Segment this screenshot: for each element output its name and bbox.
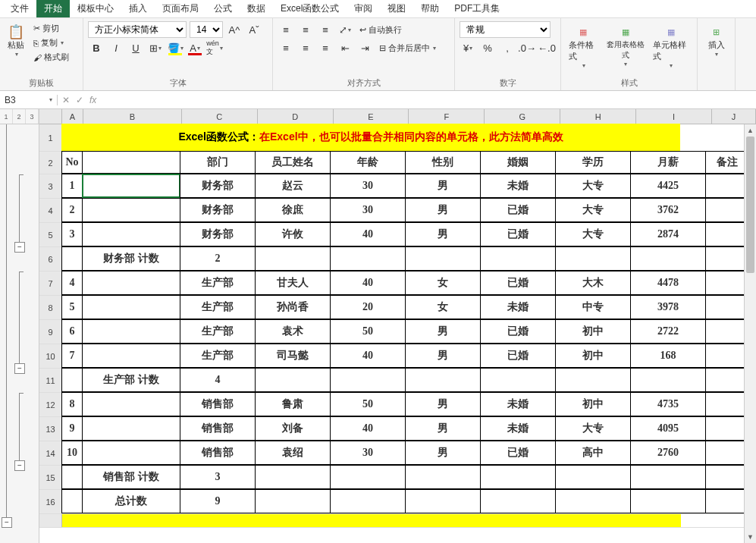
outline-collapse-button[interactable]: −: [2, 517, 12, 528]
cell[interactable]: 孙尚香: [255, 295, 331, 319]
cell[interactable]: 财务部: [180, 222, 256, 246]
cell[interactable]: 已婚: [480, 222, 556, 246]
row-header[interactable]: 11: [39, 369, 62, 392]
cell[interactable]: [705, 174, 749, 198]
cell[interactable]: 20: [330, 295, 406, 319]
align-top-button[interactable]: ≡: [278, 21, 294, 38]
cell[interactable]: [705, 416, 749, 441]
cell[interactable]: 袁术: [255, 319, 331, 344]
number-format-select[interactable]: 常规: [460, 21, 551, 38]
decrease-decimal-button[interactable]: ←.0: [538, 39, 555, 56]
cell[interactable]: 9: [61, 416, 83, 441]
cell[interactable]: 销售部: [180, 441, 256, 465]
row-header[interactable]: 12: [39, 393, 62, 416]
cell[interactable]: 大专: [555, 416, 631, 441]
cell[interactable]: [705, 441, 749, 465]
menu-help[interactable]: 帮助: [413, 0, 447, 17]
row-header[interactable]: 8: [39, 296, 62, 319]
menu-formula[interactable]: 公式: [206, 0, 240, 17]
cell[interactable]: [255, 368, 331, 392]
cell[interactable]: [705, 271, 749, 295]
cell[interactable]: 未婚: [480, 416, 556, 441]
cell[interactable]: 袁绍: [255, 441, 331, 465]
cell[interactable]: 女: [405, 271, 481, 295]
menu-data[interactable]: 数据: [240, 0, 273, 17]
insert-cells-button[interactable]: ⊞ 插入▾: [702, 21, 730, 61]
increase-decimal-button[interactable]: .0→: [519, 39, 535, 56]
menu-file[interactable]: 文件: [3, 0, 36, 17]
header-salary[interactable]: 月薪: [630, 151, 706, 174]
col-header-D[interactable]: D: [258, 109, 334, 124]
cell[interactable]: [255, 465, 331, 489]
cell[interactable]: [630, 465, 706, 489]
cell[interactable]: 刘备: [255, 416, 331, 441]
cell[interactable]: [555, 368, 631, 392]
cell[interactable]: 生产部 计数: [82, 368, 180, 392]
cell[interactable]: 财务部: [180, 174, 256, 198]
cell[interactable]: 男: [405, 392, 481, 416]
cell[interactable]: [330, 246, 406, 271]
align-middle-button[interactable]: ≡: [297, 21, 314, 38]
cell[interactable]: [61, 246, 83, 271]
align-center-button[interactable]: ≡: [297, 39, 314, 56]
cell[interactable]: 30: [330, 441, 406, 465]
cell[interactable]: 男: [405, 319, 481, 344]
cell[interactable]: 2760: [630, 441, 706, 465]
outline-collapse-button[interactable]: −: [14, 363, 25, 374]
cell[interactable]: 3: [61, 222, 83, 246]
scroll-down-arrow[interactable]: ▼: [745, 531, 756, 543]
row-header[interactable]: 7: [39, 272, 62, 295]
cell[interactable]: [705, 295, 749, 319]
cell[interactable]: [82, 295, 180, 319]
cell[interactable]: [705, 246, 749, 271]
col-header-I[interactable]: I: [636, 109, 712, 124]
cell[interactable]: [705, 465, 749, 489]
conditional-format-button[interactable]: ▦ 条件格式▾: [566, 21, 601, 72]
font-color-button[interactable]: A▾: [187, 39, 203, 56]
cell[interactable]: 销售部 计数: [82, 465, 180, 489]
cell[interactable]: [705, 368, 749, 392]
cell[interactable]: 50: [330, 319, 406, 344]
cell[interactable]: 30: [330, 198, 406, 222]
indent-inc-button[interactable]: ⇥: [356, 39, 373, 56]
align-left-button[interactable]: ≡: [278, 39, 294, 56]
cell[interactable]: 男: [405, 344, 481, 368]
cell[interactable]: 大专: [555, 174, 631, 198]
font-size-select[interactable]: 14: [190, 21, 223, 38]
cell[interactable]: 40: [330, 416, 406, 441]
cell[interactable]: 男: [405, 222, 481, 246]
col-header-A[interactable]: A: [62, 109, 83, 124]
cell[interactable]: [705, 222, 749, 246]
cell[interactable]: [555, 246, 631, 271]
col-header-F[interactable]: F: [409, 109, 485, 124]
cell[interactable]: [82, 392, 180, 416]
cell[interactable]: [555, 489, 631, 513]
menu-view[interactable]: 视图: [380, 0, 413, 17]
menu-review[interactable]: 审阅: [347, 0, 380, 17]
cell[interactable]: 8: [61, 392, 83, 416]
cell[interactable]: 女: [405, 295, 481, 319]
scroll-thumb[interactable]: [746, 137, 754, 273]
cell[interactable]: [480, 368, 556, 392]
cell[interactable]: [82, 174, 180, 198]
cell[interactable]: [405, 368, 481, 392]
cell[interactable]: 2722: [630, 319, 706, 344]
cell[interactable]: 生产部: [180, 319, 256, 344]
cell[interactable]: 鲁肃: [255, 392, 331, 416]
merge-center-button[interactable]: ⊟合并后居中▾: [376, 41, 439, 55]
cell[interactable]: 168: [630, 344, 706, 368]
cell[interactable]: [82, 319, 180, 344]
header-edu[interactable]: 学历: [555, 151, 631, 174]
header-name[interactable]: 员工姓名: [255, 151, 331, 174]
cell[interactable]: [255, 489, 331, 513]
cell[interactable]: 未婚: [480, 392, 556, 416]
menu-pdf[interactable]: PDF工具集: [447, 0, 507, 17]
cell[interactable]: [480, 246, 556, 271]
row-header[interactable]: 3: [39, 174, 62, 198]
cell[interactable]: [705, 344, 749, 368]
cancel-formula-icon[interactable]: ✕: [62, 95, 70, 105]
cell[interactable]: 销售部: [180, 416, 256, 441]
header-b[interactable]: [82, 151, 180, 174]
cell[interactable]: 生产部: [180, 271, 256, 295]
cell[interactable]: 4: [180, 368, 256, 392]
